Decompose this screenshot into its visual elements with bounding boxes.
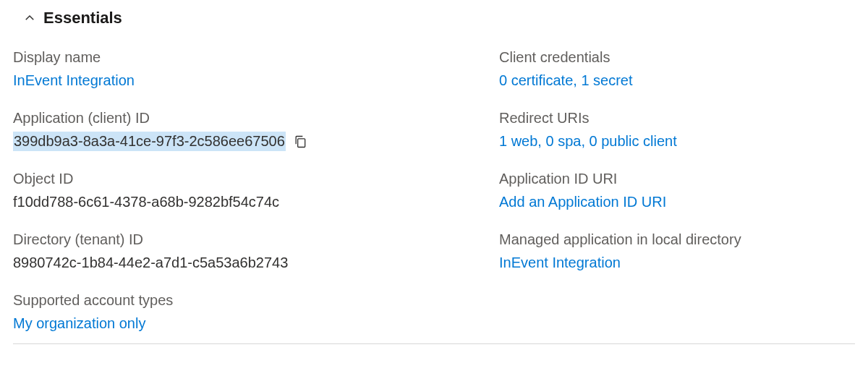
svg-rect-0	[297, 138, 305, 147]
field-display-name: Display name InEvent Integration	[13, 48, 470, 90]
client-credentials-value[interactable]: 0 certificate, 1 secret	[499, 71, 855, 90]
application-id-value[interactable]: 399db9a3-8a3a-41ce-97f3-2c586ee67506	[13, 132, 286, 151]
field-app-id-uri: Application ID URI Add an Application ID…	[499, 169, 855, 212]
redirect-uris-value[interactable]: 1 web, 0 spa, 0 public client	[499, 132, 855, 151]
essentials-content: Display name InEvent Integration Applica…	[13, 48, 855, 344]
essentials-right-column: Client credentials 0 certificate, 1 secr…	[499, 48, 855, 338]
field-client-credentials: Client credentials 0 certificate, 1 secr…	[499, 48, 855, 90]
field-redirect-uris: Redirect URIs 1 web, 0 spa, 0 public cli…	[499, 108, 855, 151]
field-managed-app: Managed application in local directory I…	[499, 230, 855, 273]
application-id-row: 399db9a3-8a3a-41ce-97f3-2c586ee67506	[13, 132, 470, 151]
app-id-uri-label: Application ID URI	[499, 169, 855, 189]
essentials-left-column: Display name InEvent Integration Applica…	[13, 48, 470, 338]
field-object-id: Object ID f10dd788-6c61-4378-a68b-9282bf…	[13, 169, 470, 212]
essentials-title: Essentials	[43, 9, 122, 27]
directory-id-label: Directory (tenant) ID	[13, 230, 470, 249]
field-directory-id: Directory (tenant) ID 8980742c-1b84-44e2…	[13, 230, 470, 273]
application-id-label: Application (client) ID	[13, 108, 470, 128]
copy-icon[interactable]	[293, 134, 307, 150]
supported-accounts-value[interactable]: My organization only	[13, 314, 470, 333]
display-name-label: Display name	[13, 48, 470, 67]
managed-app-label: Managed application in local directory	[499, 230, 855, 249]
app-id-uri-value[interactable]: Add an Application ID URI	[499, 192, 855, 212]
field-supported-accounts: Supported account types My organization …	[13, 291, 470, 333]
essentials-header[interactable]: Essentials	[13, 9, 855, 27]
redirect-uris-label: Redirect URIs	[499, 108, 855, 128]
client-credentials-label: Client credentials	[499, 48, 855, 67]
object-id-label: Object ID	[13, 169, 470, 189]
display-name-value[interactable]: InEvent Integration	[13, 71, 470, 90]
chevron-up-icon	[23, 12, 36, 25]
supported-accounts-label: Supported account types	[13, 291, 470, 310]
directory-id-value[interactable]: 8980742c-1b84-44e2-a7d1-c5a53a6b2743	[13, 253, 470, 273]
field-application-id: Application (client) ID 399db9a3-8a3a-41…	[13, 108, 470, 151]
managed-app-value[interactable]: InEvent Integration	[499, 253, 855, 273]
object-id-value[interactable]: f10dd788-6c61-4378-a68b-9282bf54c74c	[13, 192, 470, 212]
